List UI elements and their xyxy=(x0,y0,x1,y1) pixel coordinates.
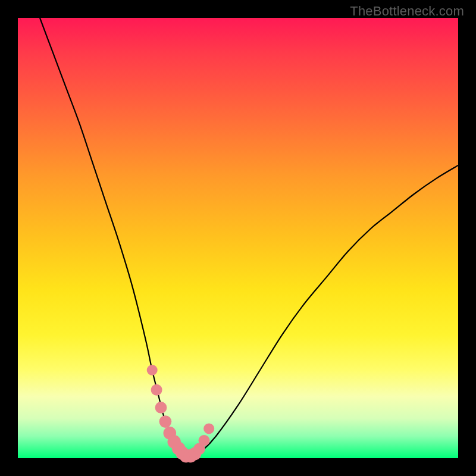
highlight-marker xyxy=(151,384,162,396)
curve-svg xyxy=(18,18,458,458)
chart-frame: TheBottleneck.com xyxy=(0,0,476,476)
highlight-marker xyxy=(159,415,172,428)
highlight-markers xyxy=(147,365,214,463)
bottleneck-curve xyxy=(40,18,458,458)
watermark-label: TheBottleneck.com xyxy=(350,4,464,19)
highlight-marker xyxy=(155,402,167,414)
highlight-marker xyxy=(199,435,210,446)
plot-area xyxy=(18,18,458,458)
highlight-marker xyxy=(203,423,214,434)
highlight-marker xyxy=(147,365,158,375)
